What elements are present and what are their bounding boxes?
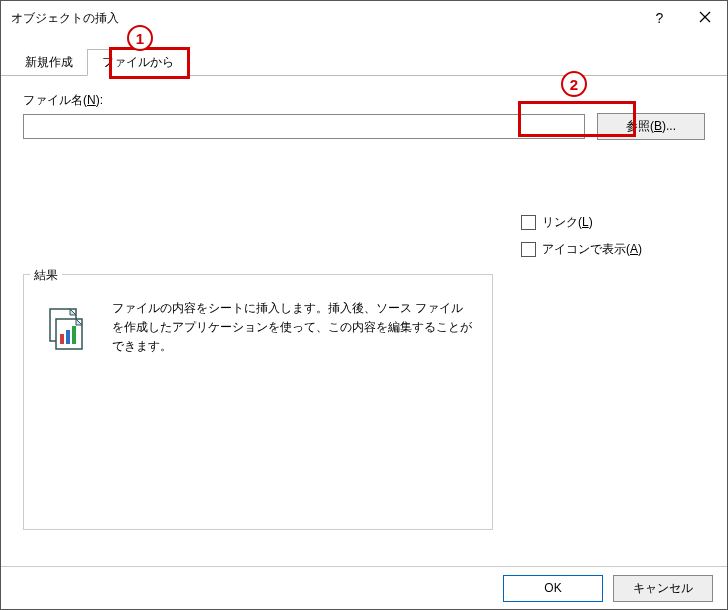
filename-label: ファイル名(N): (23, 92, 705, 109)
cancel-button[interactable]: キャンセル (613, 575, 713, 602)
dialog-window: オブジェクトの挿入 ? 1 2 新規作成 ファイルから ファイル名(N): (0, 0, 728, 610)
ok-button[interactable]: OK (503, 575, 603, 602)
checkbox-group: リンク(L) アイコンで表示(A) (521, 214, 642, 258)
annotation-marker-1: 1 (127, 25, 153, 51)
svg-rect-6 (60, 334, 64, 344)
file-row: 参照(B)... (23, 113, 705, 140)
checkbox-asicon-row[interactable]: アイコンで表示(A) (521, 241, 642, 258)
result-body: ファイルの内容をシートに挿入します。挿入後、ソース ファイルを作成したアプリケー… (24, 275, 492, 381)
embed-file-icon (42, 305, 90, 353)
tab-body: ファイル名(N): 参照(B)... リンク(L) ア (1, 76, 727, 566)
checkbox-link[interactable] (521, 215, 536, 230)
window-title: オブジェクトの挿入 (11, 10, 637, 27)
filename-input[interactable] (23, 114, 585, 139)
dialog-footer: OK キャンセル (1, 566, 727, 609)
result-text: ファイルの内容をシートに挿入します。挿入後、ソース ファイルを作成したアプリケー… (112, 299, 474, 357)
help-button[interactable]: ? (637, 1, 682, 35)
result-group: 結果 ファイルの内容をシートに挿入します。挿入後、ソース (23, 274, 493, 530)
svg-rect-7 (66, 330, 70, 344)
checkbox-asicon-label: アイコンで表示(A) (542, 241, 642, 258)
close-button[interactable] (682, 1, 727, 35)
checkbox-asicon[interactable] (521, 242, 536, 257)
titlebar: オブジェクトの挿入 ? (1, 1, 727, 35)
help-icon: ? (656, 10, 664, 26)
result-legend: 結果 (30, 267, 62, 284)
svg-rect-8 (72, 326, 76, 344)
browse-button[interactable]: 参照(B)... (597, 113, 705, 140)
tab-new[interactable]: 新規作成 (11, 50, 87, 75)
dialog-content: 1 2 新規作成 ファイルから ファイル名(N): 参照(B)... (1, 35, 727, 566)
checkbox-link-label: リンク(L) (542, 214, 593, 231)
checkbox-link-row[interactable]: リンク(L) (521, 214, 642, 231)
tab-strip: 新規作成 ファイルから (1, 49, 727, 76)
tab-from-file[interactable]: ファイルから (87, 49, 189, 76)
annotation-marker-2: 2 (561, 71, 587, 97)
close-icon (699, 10, 711, 26)
